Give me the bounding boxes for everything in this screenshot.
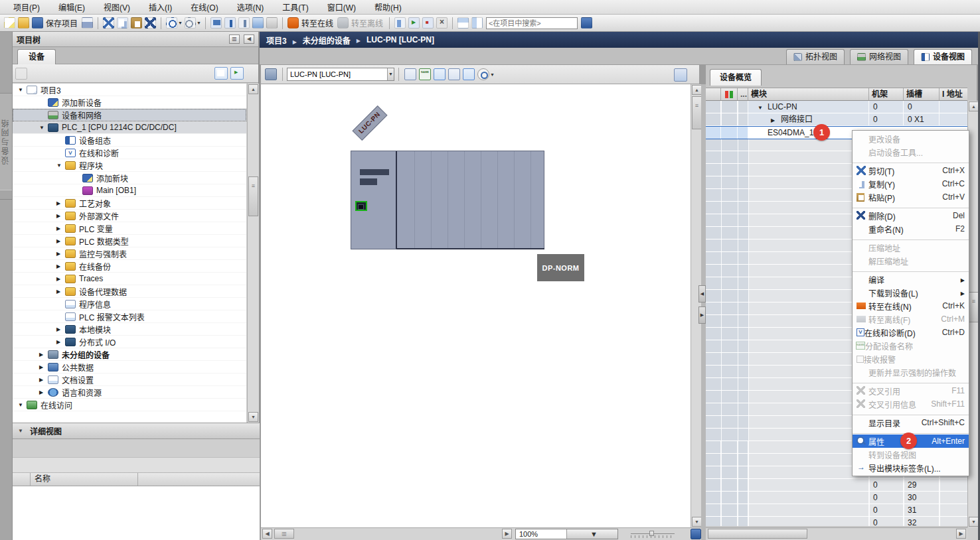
breadcrumb-item[interactable]: 项目3: [266, 34, 287, 46]
device-selector[interactable]: ▼: [287, 68, 394, 81]
expand-arrow-icon[interactable]: [18, 402, 27, 408]
start-runtime-icon[interactable]: [266, 17, 278, 29]
tab-devices[interactable]: 设备: [17, 49, 56, 64]
devices-networks-rail-tab[interactable]: 设备与网络: [0, 93, 12, 190]
toolbar-button-label[interactable]: 保存项目: [46, 17, 78, 29]
toolbar-button-label[interactable]: 转至在线: [301, 17, 333, 29]
expand-arrow-icon[interactable]: [56, 226, 65, 232]
import-export-icon[interactable]: [230, 67, 244, 80]
expand-arrow-icon[interactable]: [56, 339, 65, 345]
view-tab[interactable]: 网络视图: [850, 49, 908, 64]
go-online-icon[interactable]: [287, 17, 299, 29]
cut-icon[interactable]: [103, 17, 114, 29]
open-in-window-icon[interactable]: [674, 68, 687, 82]
dropdown-caret-icon[interactable]: ▼: [178, 21, 183, 25]
device-selector-value[interactable]: [287, 70, 387, 78]
zoom-level-select[interactable]: 100% ▼: [515, 529, 618, 539]
context-menu-item[interactable]: 复制(Y) Ctrl+C: [853, 177, 969, 190]
tree-item[interactable]: 公共数据: [13, 361, 246, 373]
breadcrumb-item[interactable]: 未分组的设备: [287, 34, 351, 46]
module-cell[interactable]: [748, 466, 869, 479]
menubar-item[interactable]: 视图(V): [94, 0, 139, 14]
context-menu-item[interactable]: 分配设备名称: [853, 339, 969, 352]
tree-item[interactable]: 文档设置: [13, 373, 246, 386]
show-columns-icon[interactable]: [463, 68, 475, 80]
menubar-item[interactable]: 窗口(W): [318, 0, 365, 14]
context-menu-item[interactable]: 解压缩地址: [853, 254, 969, 267]
device-overview-row[interactable]: 0 30: [706, 492, 967, 504]
tree-item[interactable]: 设备代理数据: [13, 285, 246, 298]
tree-item[interactable]: 程序块: [13, 159, 246, 172]
expand-arrow-icon[interactable]: [56, 251, 65, 257]
context-menu-item[interactable]: 在线和诊断(D) Ctrl+D: [853, 326, 969, 339]
expand-arrow-icon[interactable]: [758, 102, 766, 114]
context-menu-item[interactable]: 更新并显示强制的操作数: [853, 366, 969, 379]
start-window-icon[interactable]: [408, 17, 420, 29]
expand-arrow-icon[interactable]: [56, 238, 65, 244]
compile-icon[interactable]: [210, 17, 222, 29]
device-overview-row[interactable]: 网络接口 0 0 X1: [706, 113, 967, 126]
new-project-icon[interactable]: [4, 17, 15, 29]
scroll-down-icon[interactable]: ▼: [692, 517, 702, 527]
device-overview-row[interactable]: 0 32: [706, 517, 967, 526]
tree-item[interactable]: 设备和网络: [13, 109, 246, 121]
upload-icon[interactable]: [238, 17, 250, 29]
overview-horizontal-scrollbar[interactable]: ▶: [706, 527, 967, 540]
collapse-panel-icon[interactable]: ◀: [244, 34, 254, 44]
device-rack[interactable]: DP-NORM: [351, 151, 544, 249]
scroll-up-icon[interactable]: ▲: [692, 85, 702, 95]
context-menu-item[interactable]: 删除(D) Del: [853, 209, 969, 222]
tree-item[interactable]: 在线访问: [13, 399, 246, 411]
tree-item[interactable]: 在线备份: [13, 260, 246, 273]
scroll-down-icon[interactable]: ▼: [969, 517, 979, 527]
tree-item[interactable]: 工艺对象: [13, 197, 246, 210]
assign-device-name-icon[interactable]: [419, 68, 431, 80]
context-menu-item[interactable]: 接收报警: [853, 352, 969, 366]
tree-item[interactable]: 设备组态: [13, 134, 246, 147]
hscroll-track[interactable]: [273, 529, 501, 539]
expand-arrow-icon[interactable]: [56, 289, 65, 295]
menubar-item[interactable]: 插入(I): [139, 0, 181, 14]
tree-item[interactable]: 未分组的设备: [13, 348, 246, 361]
redo-icon[interactable]: [185, 17, 196, 29]
delete-icon[interactable]: [145, 17, 156, 29]
grid-icon[interactable]: [448, 68, 460, 80]
tree-item[interactable]: 在线和诊断: [13, 147, 246, 159]
tree-item[interactable]: 添加新块: [13, 172, 246, 184]
open-project-icon[interactable]: [18, 17, 29, 29]
module-cell[interactable]: [748, 504, 869, 517]
toolbar-button-label[interactable]: 转至离线: [351, 17, 383, 29]
tree-item[interactable]: 监控与强制表: [13, 247, 246, 260]
column-rack[interactable]: 机架: [869, 88, 904, 100]
expand-arrow-icon[interactable]: [771, 115, 779, 127]
menubar-item[interactable]: 帮助(H): [365, 0, 411, 14]
context-menu-item[interactable]: 更改设备: [853, 132, 969, 145]
new-item-icon[interactable]: [15, 68, 27, 80]
context-menu-item[interactable]: 转至离线(F) Ctrl+M: [853, 312, 969, 326]
expand-arrow-icon[interactable]: [39, 125, 48, 131]
expand-arrow-icon[interactable]: [18, 87, 27, 93]
column-slot[interactable]: 插槽: [904, 88, 939, 100]
expand-arrow-icon[interactable]: [39, 364, 48, 370]
ethernet-port-icon[interactable]: [355, 201, 367, 211]
device-overview-row[interactable]: LUC-PN 0 0: [706, 101, 967, 113]
device-overview-row[interactable]: 0 29: [706, 479, 967, 492]
splitter-collapse-left-icon[interactable]: ◀: [698, 285, 706, 303]
context-menu-item[interactable]: 交叉引用信息 Shift+F11: [853, 397, 969, 411]
project-search-input[interactable]: [486, 17, 578, 29]
collapse-chevron-icon[interactable]: ▼: [15, 427, 26, 436]
scrollbar-thumb[interactable]: [692, 96, 702, 129]
head-module[interactable]: [351, 151, 397, 249]
device-name-tag[interactable]: LUC-PN: [352, 105, 387, 141]
context-menu-item[interactable]: 导出模块标签条(L)...: [853, 461, 969, 474]
expand-arrow-icon[interactable]: [56, 163, 65, 169]
tab-device-overview[interactable]: 设备概览: [710, 69, 762, 86]
expand-arrow-icon[interactable]: [39, 377, 48, 383]
breadcrumb-item[interactable]: LUC-PN [LUC-PN]: [351, 35, 434, 44]
auto-collapse-icon[interactable]: ▥: [229, 34, 240, 44]
context-menu-item[interactable]: 转到设备视图: [853, 448, 969, 461]
tree-item[interactable]: PLC_1 [CPU 1214C DC/DC/DC]: [13, 121, 246, 134]
column-i-address[interactable]: I 地址: [939, 88, 967, 100]
tree-item[interactable]: 外部源文件: [13, 210, 246, 222]
split-vertical-icon[interactable]: [471, 17, 483, 29]
